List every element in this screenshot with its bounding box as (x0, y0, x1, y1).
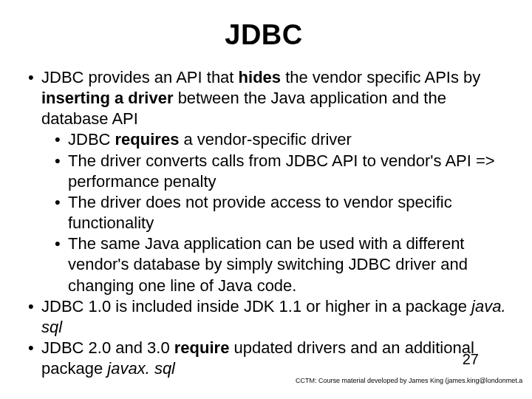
text-bold: require (174, 338, 230, 357)
text: The same Java application can be used wi… (68, 234, 468, 294)
footer-credit: CCTM: Course material developed by James… (296, 377, 532, 384)
text: The driver does not provide access to ve… (68, 193, 452, 232)
list-item: JDBC provides an API that hides the vend… (38, 67, 511, 296)
text: the vendor specific APIs by (281, 68, 480, 86)
page-number: 27 (463, 351, 479, 368)
text: The driver converts calls from JDBC API … (68, 151, 495, 191)
bullet-list: JDBC provides an API that hides the vend… (16, 67, 511, 379)
slide: JDBC JDBC provides an API that hides the… (0, 0, 532, 399)
text-bold: inserting a driver (41, 89, 174, 107)
list-item: JDBC 1.0 is included inside JDK 1.1 or h… (38, 296, 511, 338)
text-bold: hides (239, 68, 281, 86)
slide-title: JDBC (16, 19, 511, 51)
text: JDBC 2.0 and 3.0 (41, 338, 174, 357)
list-item: The driver does not provide access to ve… (65, 192, 511, 233)
sub-bullet-list: JDBC requires a vendor-specific driver T… (41, 129, 511, 296)
text-bold: requires (115, 130, 180, 149)
list-item: JDBC 2.0 and 3.0 require updated drivers… (38, 338, 511, 379)
list-item: The driver converts calls from JDBC API … (65, 151, 511, 192)
text: JDBC (68, 130, 115, 149)
list-item: JDBC requires a vendor-specific driver (65, 129, 511, 150)
text: JDBC provides an API that (41, 68, 239, 86)
text-italic: javax. sql (107, 359, 175, 378)
list-item: The same Java application can be used wi… (65, 233, 511, 296)
text: JDBC 1.0 is included inside JDK 1.1 or h… (41, 297, 471, 316)
text: a vendor-specific driver (179, 130, 352, 149)
